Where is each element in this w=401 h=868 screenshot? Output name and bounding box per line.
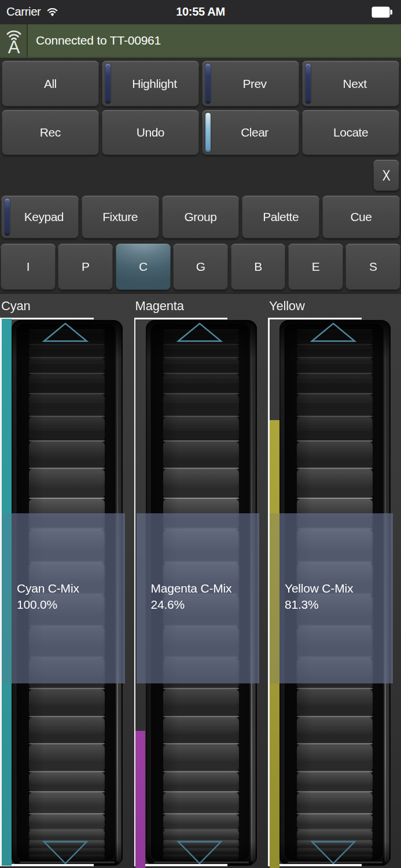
svg-text:A: A (8, 37, 20, 56)
